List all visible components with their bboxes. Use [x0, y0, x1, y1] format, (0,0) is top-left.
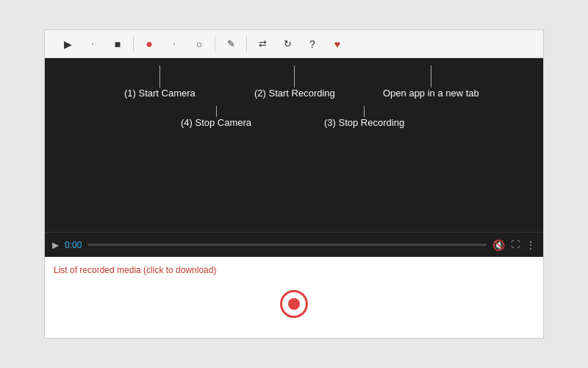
video-controls: ▶ 0:00 🔇 ⛶ ⋮: [45, 232, 543, 257]
vc-time-display: 0:00: [65, 240, 82, 250]
toolbar: ▶ · ■ ● · ○ ✎ ⇄ ↻ ? ♥: [45, 30, 543, 58]
record-button[interactable]: ●: [141, 36, 157, 52]
vc-fullscreen-icon[interactable]: ⛶: [511, 239, 520, 251]
record-status-icon: [280, 290, 308, 318]
recorded-list-label: List of recorded media (click to downloa…: [54, 265, 216, 275]
stop-recording-label: (3) Stop Recording: [324, 117, 404, 128]
start-recording-label: (2) Start Recording: [254, 88, 335, 99]
open-new-tab-label: Open app in a new tab: [383, 88, 479, 99]
dot2-icon: ·: [166, 36, 182, 52]
dot1-icon: ·: [85, 36, 101, 52]
edit-button[interactable]: ✎: [223, 36, 239, 52]
annotation-start-recording: (2) Start Recording: [254, 66, 335, 99]
vc-volume-icon[interactable]: 🔇: [492, 239, 505, 251]
annotation-area: (1) Start Camera (2) Start Recording Ope…: [45, 58, 543, 232]
bottom-panel: List of recorded media (click to downloa…: [45, 257, 543, 338]
heart-button[interactable]: ♥: [329, 36, 345, 52]
toolbar-group-edit: ✎: [215, 36, 246, 52]
reload-button[interactable]: ↻: [279, 36, 295, 52]
record-icon-container: [54, 276, 534, 331]
refresh-button[interactable]: ⇄: [254, 36, 270, 52]
vc-play-button[interactable]: ▶: [52, 240, 59, 250]
video-area: (1) Start Camera (2) Start Recording Ope…: [45, 58, 543, 257]
toolbar-group-nav: ⇄ ↻ ? ♥: [247, 36, 353, 52]
vc-more-icon[interactable]: ⋮: [526, 239, 536, 251]
vc-icons-group: 🔇 ⛶ ⋮: [492, 239, 536, 251]
toolbar-group-record: ● · ○: [134, 36, 215, 52]
annotation-stop-camera: (4) Stop Camera: [181, 106, 251, 128]
toolbar-group-left: ▶ · ■: [52, 36, 133, 52]
start-camera-label: (1) Start Camera: [124, 88, 196, 99]
annotation-open-new-tab: Open app in a new tab: [383, 66, 479, 99]
annotation-start-camera: (1) Start Camera: [124, 66, 196, 99]
play-button[interactable]: ▶: [60, 36, 76, 52]
stop-camera-label: (4) Stop Camera: [181, 117, 251, 128]
main-container: ▶ · ■ ● · ○ ✎ ⇄ ↻ ? ♥ (1) Start Camera: [44, 29, 544, 339]
stop-button[interactable]: ■: [110, 36, 126, 52]
annotation-stop-recording: (3) Stop Recording: [324, 106, 404, 128]
help-button[interactable]: ?: [304, 36, 320, 52]
vc-progress-bar[interactable]: [87, 244, 487, 246]
circle-button[interactable]: ○: [191, 36, 207, 52]
record-inner-dot: [288, 298, 300, 310]
